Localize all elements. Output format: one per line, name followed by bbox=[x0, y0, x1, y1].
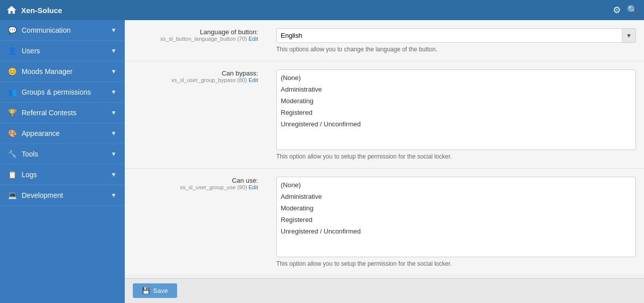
list-item[interactable]: Unregistered / Unconfirmed bbox=[277, 225, 635, 237]
sidebar-item-referral-contests[interactable]: 🏆 Referral Contests ▼ bbox=[0, 103, 125, 123]
sidebar-item-users[interactable]: 👤 Users ▼ bbox=[0, 41, 125, 61]
language-value-col: English ▼ This options allow you to chan… bbox=[268, 20, 644, 61]
chevron-down-icon: ▼ bbox=[111, 68, 117, 75]
sidebar-item-label: Referral Contests bbox=[22, 109, 76, 117]
sidebar-item-moods-manager[interactable]: 😊 Moods Manager ▼ bbox=[0, 61, 125, 82]
content-area: Language of button: xs_sl_button_languag… bbox=[125, 20, 644, 303]
sidebar-item-label: Users bbox=[22, 47, 40, 55]
can-bypass-label-col: Can bypass: xs_sl_user_group_bypass (80)… bbox=[125, 61, 268, 168]
header-icons: ⚙︎ 🔍 bbox=[613, 5, 638, 16]
sidebar-item-label: Communication bbox=[22, 26, 70, 34]
can-bypass-row: Can bypass: xs_sl_user_group_bypass (80)… bbox=[125, 61, 644, 169]
communication-icon: 💬 bbox=[8, 26, 17, 34]
footer-bar: 💾 Save bbox=[125, 278, 644, 303]
save-button[interactable]: 💾 Save bbox=[133, 283, 177, 298]
app-header: Xen-Soluce ⚙︎ 🔍 bbox=[0, 0, 644, 20]
can-use-value-col: (None) Administrative Moderating Registe… bbox=[268, 169, 644, 275]
list-item[interactable]: (None) bbox=[277, 179, 635, 191]
list-item[interactable]: Administrative bbox=[277, 191, 635, 202]
sidebar: 💬 Communication ▼ 👤 Users ▼ 😊 Moods Mana… bbox=[0, 20, 125, 303]
can-bypass-value-col: (None) Administrative Moderating Registe… bbox=[268, 61, 644, 168]
search-icon[interactable]: 🔍 bbox=[627, 5, 638, 16]
language-field-meta: xs_sl_button_language_button (70) Edit bbox=[133, 36, 258, 42]
sidebar-item-appearance[interactable]: 🎨 Appearance ▼ bbox=[0, 123, 125, 144]
users-icon: 👤 bbox=[8, 47, 17, 55]
logs-icon: 📋 bbox=[8, 171, 17, 179]
list-item[interactable]: Registered bbox=[277, 107, 635, 118]
language-select-wrapper: English ▼ bbox=[276, 28, 636, 43]
content-scroll: Language of button: xs_sl_button_languag… bbox=[125, 20, 644, 278]
can-use-help-text: This option allow you to setup the permi… bbox=[276, 260, 636, 267]
can-bypass-field-name: Can bypass: bbox=[133, 69, 258, 77]
can-use-row: Can use: xs_sl_user_group_use (90) Edit … bbox=[125, 169, 644, 276]
sidebar-item-communication[interactable]: 💬 Communication ▼ bbox=[0, 20, 125, 41]
language-label-col: Language of button: xs_sl_button_languag… bbox=[125, 20, 268, 61]
language-help-text: This options allow you to change the lan… bbox=[276, 46, 636, 53]
can-bypass-listbox[interactable]: (None) Administrative Moderating Registe… bbox=[276, 69, 636, 150]
list-item[interactable]: (None) bbox=[277, 72, 635, 84]
referral-icon: 🏆 bbox=[8, 109, 17, 117]
sidebar-item-label: Appearance bbox=[22, 129, 60, 137]
moods-icon: 😊 bbox=[8, 67, 17, 75]
settings-icon[interactable]: ⚙︎ bbox=[613, 5, 621, 16]
can-use-listbox[interactable]: (None) Administrative Moderating Registe… bbox=[276, 177, 636, 257]
tools-icon: 🔧 bbox=[8, 150, 17, 158]
sidebar-item-groups-permissions[interactable]: 👥 Groups & permissions ▼ bbox=[0, 82, 125, 103]
app-title: Xen-Soluce bbox=[21, 6, 62, 15]
chevron-down-icon: ▼ bbox=[111, 171, 117, 178]
language-select[interactable]: English bbox=[276, 28, 636, 43]
list-item[interactable]: Registered bbox=[277, 214, 635, 225]
can-use-edit-link[interactable]: Edit bbox=[249, 184, 258, 190]
language-button-row: Language of button: xs_sl_button_languag… bbox=[125, 20, 644, 61]
can-bypass-edit-link[interactable]: Edit bbox=[249, 77, 258, 83]
chevron-down-icon: ▼ bbox=[111, 150, 117, 158]
main-layout: 💬 Communication ▼ 👤 Users ▼ 😊 Moods Mana… bbox=[0, 20, 644, 303]
sidebar-item-tools[interactable]: 🔧 Tools ▼ bbox=[0, 144, 125, 165]
save-label: Save bbox=[153, 287, 168, 294]
can-use-field-name: Can use: bbox=[133, 177, 258, 184]
can-use-field-meta: xs_sl_user_group_use (90) Edit bbox=[133, 184, 258, 190]
sidebar-item-label: Development bbox=[22, 191, 63, 199]
sidebar-item-label: Moods Manager bbox=[22, 67, 72, 75]
list-item[interactable]: Administrative bbox=[277, 84, 635, 95]
appearance-icon: 🎨 bbox=[8, 129, 17, 137]
list-item[interactable]: Unregistered / Unconfirmed bbox=[277, 118, 635, 130]
can-bypass-field-meta: xs_sl_user_group_bypass (80) Edit bbox=[133, 77, 258, 83]
language-field-name: Language of button: bbox=[133, 28, 258, 36]
can-bypass-help-text: This option allow you to setup the permi… bbox=[276, 153, 636, 160]
sidebar-item-label: Logs bbox=[22, 171, 37, 179]
chevron-down-icon: ▼ bbox=[111, 192, 117, 199]
can-use-label-col: Can use: xs_sl_user_group_use (90) Edit bbox=[125, 169, 268, 275]
list-item[interactable]: Moderating bbox=[277, 202, 635, 214]
language-edit-link[interactable]: Edit bbox=[249, 36, 258, 42]
chevron-down-icon: ▼ bbox=[111, 89, 117, 96]
list-item[interactable]: Moderating bbox=[277, 95, 635, 107]
groups-icon: 👥 bbox=[8, 88, 17, 96]
app-logo: Xen-Soluce bbox=[6, 5, 613, 16]
chevron-down-icon: ▼ bbox=[111, 130, 117, 137]
save-icon: 💾 bbox=[142, 287, 150, 294]
sidebar-item-development[interactable]: 💻 Development ▼ bbox=[0, 185, 125, 206]
chevron-down-icon: ▼ bbox=[111, 109, 117, 116]
sidebar-item-logs[interactable]: 📋 Logs ▼ bbox=[0, 165, 125, 185]
sidebar-item-label: Groups & permissions bbox=[22, 88, 91, 96]
chevron-down-icon: ▼ bbox=[111, 47, 117, 54]
chevron-down-icon: ▼ bbox=[111, 27, 117, 34]
development-icon: 💻 bbox=[8, 191, 17, 199]
sidebar-item-label: Tools bbox=[22, 150, 38, 158]
home-icon bbox=[6, 5, 17, 16]
